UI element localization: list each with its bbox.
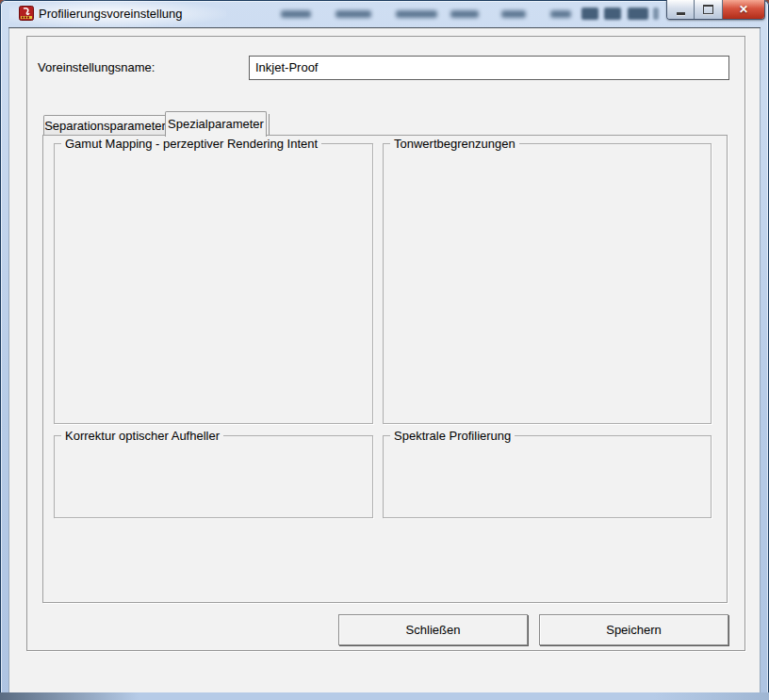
background-menu-blur [501,10,526,18]
group-tone-limits: Tonwertbegrenzungen [383,143,712,424]
group-brightener-title: Korrektur optischer Aufheller [61,429,223,443]
save-button[interactable]: Speichern [539,614,728,645]
save-button-label: Speichern [606,623,662,637]
close-dialog-button[interactable]: Schließen [338,614,528,645]
background-menu-blur [550,10,571,18]
maximize-button[interactable] [695,0,722,19]
minimize-icon [677,12,685,15]
group-gamut-title: Gamut Mapping - perzeptiver Rendering In… [61,137,321,151]
tab-label: Spezialparameter [168,117,264,131]
group-gamut-mapping: Gamut Mapping - perzeptiver Rendering In… [54,143,373,424]
background-menu-blur [396,10,437,18]
background-toolbar-icon-blur [604,8,621,20]
title-bar[interactable]: Profilierungsvoreinstellung ✕ [0,0,769,27]
background-toolbar-icon-blur [653,8,659,20]
tab-spezialparameter[interactable]: Spezialparameter [165,111,267,137]
group-tone-title: Tonwertbegrenzungen [390,137,519,151]
maximize-icon [703,5,713,14]
tab-edge-line [269,114,270,135]
close-dialog-button-label: Schließen [406,623,461,637]
preset-name-label: Voreinstellungsname: [38,60,155,74]
background-menu-blur [281,10,311,18]
minimize-button[interactable] [667,0,695,19]
tab-separationsparameter[interactable]: Separationsparameter [43,115,167,136]
background-toolbar-icon-blur [628,8,648,20]
app-icon[interactable] [19,6,34,21]
preset-name-input[interactable]: Inkjet-Proof [249,56,729,80]
group-spectral-title: Spektrale Profilierung [390,429,515,443]
window-title: Profilierungsvoreinstellung [39,7,182,21]
background-menu-blur [335,10,371,18]
close-button[interactable]: ✕ [723,0,764,19]
group-optical-brightener: Korrektur optischer Aufheller [54,435,373,518]
window-frame-bottom [0,692,769,700]
close-icon: ✕ [739,4,748,15]
dialog-window: Profilierungsvoreinstellung ✕ Voreinstel… [0,0,769,700]
group-spectral-profiling: Spektrale Profilierung [383,435,712,518]
window-controls: ✕ [666,0,765,20]
background-toolbar-icon-blur [581,8,598,20]
tab-label: Separationsparameter [44,119,166,133]
background-menu-blur [450,10,479,18]
preset-name-value: Inkjet-Proof [250,57,728,79]
